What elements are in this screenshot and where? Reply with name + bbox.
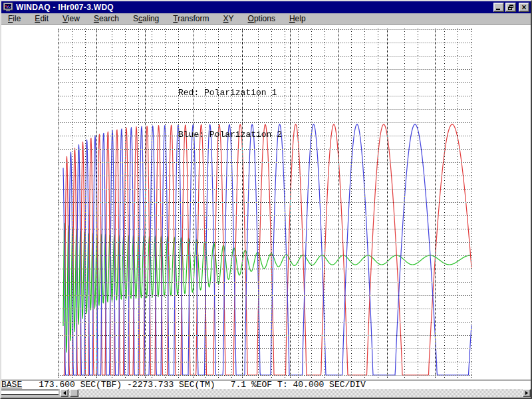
status-time-marker: -2273.733 SEC(TM) [127,380,215,389]
menu-item-help[interactable]: Help [285,13,310,25]
restore-button[interactable] [505,3,516,12]
menu-item-edit[interactable]: Edit [31,13,53,25]
menu-item-scaling[interactable]: Scaling [129,13,163,25]
arrow-left-icon [63,391,66,395]
legend-blue-label: Blue: Polarization 2 [178,128,282,142]
status-bar: BASE 173.600 SEC(TBF) -2273.733 SEC(TM) … [1,380,531,389]
legend-red-label: Red: Polarization 1 [178,86,282,100]
file-position-gauge [1,390,59,395]
windaq-app-icon [3,3,13,12]
scroll-left-button[interactable] [61,389,68,397]
status-base-label: BASE [1,380,22,389]
menu-item-xy[interactable]: XY [219,13,238,25]
windaq-window: WINDAQ - lHr007-3.WDQ × FileEditViewSear… [0,0,532,399]
arrow-right-icon [525,391,528,395]
trace-legend: Red: Polarization 1 Blue: Polarization 2 [178,58,282,170]
status-sec-per-div: T: 40.000 SEC/DIV [277,380,366,389]
menu-item-search[interactable]: Search [90,13,123,25]
minimize-button[interactable] [493,3,504,12]
menu-item-options[interactable]: Options [244,13,279,25]
menu-item-transform[interactable]: Transform [169,13,213,25]
close-button[interactable]: × [519,3,529,12]
scroll-right-button[interactable] [523,389,531,397]
minimize-icon [496,9,500,10]
title-bar[interactable]: WINDAQ - lHr007-3.WDQ × [1,1,531,13]
menu-item-file[interactable]: File [4,13,25,25]
menu-item-view[interactable]: View [59,13,84,25]
close-icon: × [521,4,526,11]
waveform-plot-area[interactable]: Red: Polarization 1 Blue: Polarization 2 [1,25,531,380]
window-title: WINDAQ - lHr007-3.WDQ [16,3,492,12]
status-time-base: 173.600 SEC(TBF) [39,380,122,389]
status-percent-eof: 7.1 %EOF [231,380,272,389]
horizontal-scrollbar[interactable] [1,389,531,397]
menu-bar: FileEditViewSearchScalingTransformXYOpti… [1,13,531,25]
scrollbar-track[interactable] [60,389,531,397]
restore-icon [508,5,513,10]
scrollbar-thumb[interactable] [70,389,78,397]
